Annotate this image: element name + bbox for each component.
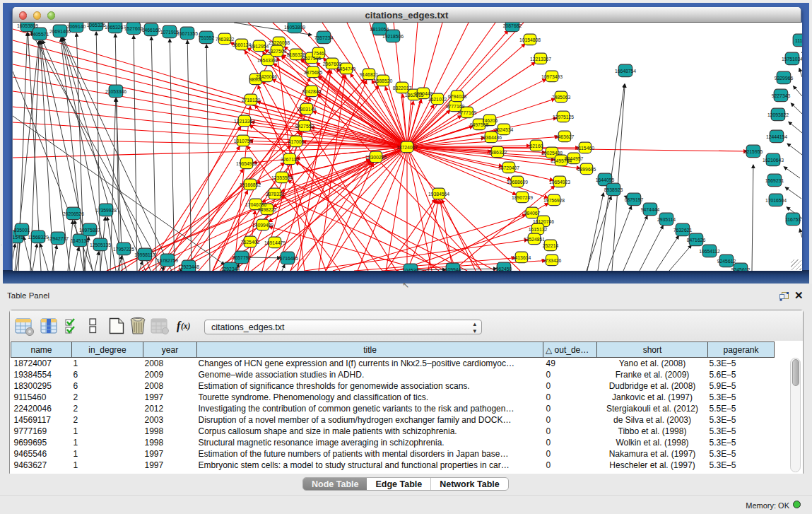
svg-text:1733426: 1733426 [543,257,562,262]
svg-text:62160: 62160 [530,143,543,148]
svg-text:17957225: 17957225 [113,246,134,251]
svg-text:1588520: 1588520 [374,78,393,83]
svg-text:1644095: 1644095 [596,177,615,182]
svg-text:16053809: 16053809 [284,24,305,29]
svg-text:9777169: 9777169 [446,103,465,108]
svg-text:19218506: 19218506 [382,33,404,38]
svg-text:22420046: 22420046 [256,74,277,78]
svg-text:1621072: 1621072 [428,96,447,101]
svg-text:20691406: 20691406 [49,28,71,33]
svg-text:10973493: 10973493 [541,74,563,78]
svg-text:19654932: 19654932 [236,160,257,165]
svg-text:16782759: 16782759 [157,257,178,262]
svg-text:9245612: 9245612 [717,258,736,263]
svg-text:16120746: 16120746 [533,218,554,223]
svg-text:16053809: 16053809 [17,23,38,28]
svg-text:15720407: 15720407 [498,165,519,170]
svg-text:10154808: 10154808 [519,37,541,42]
svg-text:8322017: 8322017 [393,85,412,90]
svg-text:417006: 417006 [288,139,305,144]
svg-text:10688609: 10688609 [507,179,528,184]
svg-text:3624534: 3624534 [495,127,514,132]
svg-text:116753: 116753 [785,216,801,221]
svg-text:12923448: 12923448 [178,264,199,269]
svg-text:12353594: 12353594 [271,175,293,180]
svg-text:8427552: 8427552 [295,123,314,128]
svg-text:6466160: 6466160 [142,27,161,32]
svg-text:9227343: 9227343 [772,93,791,98]
svg-text:252214: 252214 [543,243,559,247]
svg-text:18907249: 18907249 [512,194,533,199]
svg-text:9527505: 9527505 [302,55,322,60]
svg-text:9245612: 9245612 [731,267,751,271]
svg-text:10653267: 10653267 [105,24,126,29]
svg-text:16543392: 16543392 [257,57,278,62]
svg-text:7463822: 7463822 [216,36,235,41]
svg-text:109944: 109944 [445,267,461,271]
svg-text:(x): (x) [181,322,191,331]
svg-text:9777169: 9777169 [458,110,477,115]
svg-text:8938923: 8938923 [604,187,623,192]
svg-text:10958117: 10958117 [134,252,155,257]
svg-text:9657791: 9657791 [233,255,252,259]
svg-text:3875685: 3875685 [304,69,323,74]
svg-text:1615132: 1615132 [529,226,548,231]
svg-text:13524851: 13524851 [524,236,545,241]
svg-text:104530: 104530 [403,267,419,271]
svg-text:8215955: 8215955 [744,148,763,153]
svg-text:984067: 984067 [524,210,541,215]
svg-text:746206: 746206 [482,117,498,122]
svg-text:10975887: 10975887 [79,227,100,232]
svg-text:10654112: 10654112 [699,248,720,253]
svg-text:9115460: 9115460 [576,145,594,150]
svg-text:10025438: 10025438 [541,150,563,155]
svg-text:1065326: 1065326 [87,23,106,28]
svg-text:18724007: 18724007 [396,144,418,149]
svg-text:12505135: 12505135 [90,242,111,247]
svg-text:9463627: 9463627 [555,134,575,139]
svg-text:1292344: 1292344 [221,266,240,271]
svg-text:16210643: 16210643 [763,157,784,162]
svg-text:8813054: 8813054 [370,26,389,31]
svg-text:16671355: 16671355 [177,30,198,35]
svg-text:2967608: 2967608 [323,61,342,66]
svg-text:6794028: 6794028 [448,93,467,98]
svg-text:1527602: 1527602 [124,25,143,30]
svg-text:8444957: 8444957 [565,156,584,160]
svg-text:751552: 751552 [199,35,215,40]
svg-text:15716485: 15716485 [277,255,298,260]
svg-text:8912954: 8912954 [250,43,269,48]
svg-text:9242845: 9242845 [302,88,322,93]
svg-text:2087682: 2087682 [503,23,522,28]
svg-text:7632621: 7632621 [673,227,693,232]
svg-text:3915411: 3915411 [13,234,25,239]
svg-text:1413614: 1413614 [512,255,531,259]
svg-text:12942737: 12942737 [47,235,69,240]
svg-text:12093822: 12093822 [767,112,789,117]
svg-text:6879197: 6879197 [625,197,644,201]
svg-text:12213367: 12213367 [530,56,551,61]
svg-text:19384554: 19384554 [428,191,449,196]
svg-text:1145134: 1145134 [71,238,89,243]
svg-text:7625402: 7625402 [241,239,260,244]
svg-text:19756928: 19756928 [543,197,565,202]
svg-text:1327509: 1327509 [268,48,287,53]
svg-text:1990448: 1990448 [414,90,433,95]
svg-text:9146821: 9146821 [360,71,379,76]
svg-text:20364436: 20364436 [481,134,502,139]
svg-text:835001: 835001 [14,227,30,232]
svg-text:6899695: 6899695 [577,166,596,171]
svg-text:7546: 7546 [313,50,324,55]
svg-text:8471626: 8471626 [687,237,706,242]
svg-text:7386322: 7386322 [488,149,507,154]
svg-text:14099489: 14099489 [252,222,273,227]
svg-text:10654923: 10654923 [549,179,570,184]
svg-text:3878332: 3878332 [266,191,285,196]
svg-text:20206526: 20206526 [63,211,84,216]
svg-text:962450: 962450 [496,266,512,271]
svg-text:3498222: 3498222 [258,206,277,211]
svg-text:16648754: 16648754 [615,68,636,73]
svg-text:23226058: 23226058 [269,40,290,45]
svg-text:9329966: 9329966 [775,75,794,80]
svg-text:19166852: 19166852 [240,182,261,187]
